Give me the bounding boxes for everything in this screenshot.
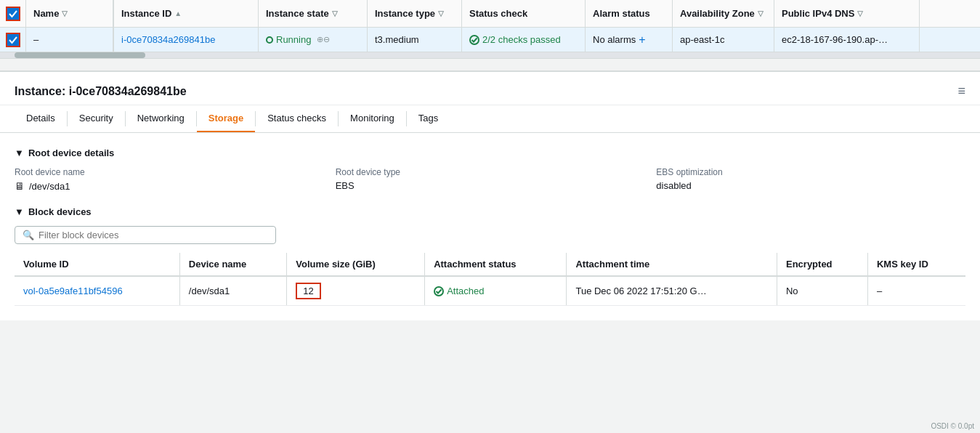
alarm-add-icon[interactable]: + xyxy=(639,33,645,46)
select-all-checkbox[interactable] xyxy=(6,7,20,21)
tab-details[interactable]: Details xyxy=(15,105,67,132)
detail-panel: Instance: i-0ce70834a269841be ≡ Details … xyxy=(0,70,980,320)
col-status-label: Status check xyxy=(469,8,527,19)
zoom-icons: ⊕⊖ xyxy=(317,35,330,44)
table-header-row: Name ▽ Instance ID ▲ Instance state ▽ In… xyxy=(0,0,980,28)
detail-title: Instance: i-0ce70834a269841be xyxy=(15,85,187,98)
storage-content: ▼ Root device details Root device name 🖥… xyxy=(0,133,980,320)
col-az-label: Availability Zone xyxy=(680,8,755,19)
volume-size-value: 12 xyxy=(296,283,320,299)
col-attachment-time: Attachment time xyxy=(567,253,777,276)
root-device-name-info: Root device name 🖥 /dev/sda1 xyxy=(15,167,324,192)
col-header-instance-id[interactable]: Instance ID ▲ xyxy=(113,0,259,27)
ipv4-sort-icon: ▽ xyxy=(857,9,863,17)
root-device-section-header[interactable]: ▼ Root device details xyxy=(15,147,965,158)
col-id-label: Instance ID xyxy=(121,8,171,19)
block-table-header: Volume ID Device name Volume size (GiB) … xyxy=(15,253,965,276)
tab-security[interactable]: Security xyxy=(68,105,125,132)
block-devices-section: ▼ Block devices 🔍 Volume ID Device name … xyxy=(15,206,965,306)
attachment-status-value: Attached xyxy=(434,286,557,296)
col-attachment-status: Attachment status xyxy=(425,253,567,276)
col-alarm-label: Alarm status xyxy=(593,8,650,19)
col-header-ipv4[interactable]: Public IPv4 DNS ▽ xyxy=(774,0,920,27)
header-checkbox-col xyxy=(0,0,26,27)
alarm-value: No alarms + xyxy=(593,33,646,46)
row-checkbox-col xyxy=(0,28,26,52)
ipv4-value: ec2-18-167-96-190.ap-… xyxy=(782,34,888,45)
az-sort-icon: ▽ xyxy=(758,9,764,17)
instances-table: Name ▽ Instance ID ▲ Instance state ▽ In… xyxy=(0,0,980,59)
az-cell: ap-east-1c xyxy=(673,28,774,52)
type-sort-icon: ▽ xyxy=(438,9,444,17)
col-state-label: Instance state xyxy=(266,8,329,19)
col-volume-size[interactable]: Volume size (GiB) xyxy=(287,253,425,276)
alarm-status-cell: No alarms + xyxy=(586,28,673,52)
col-header-az[interactable]: Availability Zone ▽ xyxy=(673,0,774,27)
col-header-instance-type[interactable]: Instance type ▽ xyxy=(368,0,462,27)
tab-networking[interactable]: Networking xyxy=(126,105,196,132)
tab-status-checks[interactable]: Status checks xyxy=(256,105,338,132)
instance-name-value: – xyxy=(33,34,39,45)
col-name-label: Name xyxy=(33,8,59,19)
col-header-instance-state[interactable]: Instance state ▽ xyxy=(259,0,368,27)
instance-name-cell: – xyxy=(26,28,113,52)
root-device-type-label: Root device type xyxy=(336,167,645,177)
filter-block-devices-input[interactable] xyxy=(39,230,268,240)
block-table-header-row: Volume ID Device name Volume size (GiB) … xyxy=(15,253,965,276)
tab-tags[interactable]: Tags xyxy=(407,105,450,132)
instance-type-value: t3.medium xyxy=(375,34,419,45)
hamburger-icon[interactable]: ≡ xyxy=(957,84,965,99)
root-device-info-grid: Root device name 🖥 /dev/sda1 Root device… xyxy=(15,167,965,192)
table-row: vol-0a5e9afe11bf54596 /dev/sda1 12 xyxy=(15,276,965,306)
attachment-status-cell: Attached xyxy=(425,276,567,306)
instance-type-cell: t3.medium xyxy=(368,28,462,52)
col-header-alarm-status: Alarm status xyxy=(586,0,673,27)
name-sort-icon: ▽ xyxy=(62,9,68,17)
col-type-label: Instance type xyxy=(375,8,435,19)
instance-id-cell: i-0ce70834a269841be xyxy=(113,28,259,52)
col-header-status-check: Status check xyxy=(462,0,586,27)
block-devices-section-label: Block devices xyxy=(28,206,92,217)
checks-passed-status: 2/2 checks passed xyxy=(469,34,561,45)
kms-key-cell: – xyxy=(867,276,965,306)
block-devices-table: Volume ID Device name Volume size (GiB) … xyxy=(15,253,965,306)
col-kms-key-id: KMS key ID xyxy=(867,253,965,276)
tab-storage[interactable]: Storage xyxy=(197,105,255,132)
running-status: Running ⊕⊖ xyxy=(266,34,330,45)
filter-block-devices-bar[interactable]: 🔍 xyxy=(15,226,276,244)
instance-state-value: Running xyxy=(276,34,311,45)
tab-monitoring[interactable]: Monitoring xyxy=(339,105,406,132)
root-device-type-value: EBS xyxy=(336,180,645,191)
volume-size-cell: 12 xyxy=(287,276,425,306)
volume-id-link[interactable]: vol-0a5e9afe11bf54596 xyxy=(23,286,123,296)
detail-tabs: Details Security Networking Storage Stat… xyxy=(0,105,980,133)
state-sort-icon: ▽ xyxy=(332,9,338,17)
block-table-body: vol-0a5e9afe11bf54596 /dev/sda1 12 xyxy=(15,276,965,306)
row-checkbox[interactable] xyxy=(6,33,20,47)
horizontal-scrollbar[interactable] xyxy=(0,52,980,58)
block-devices-chevron-icon: ▼ xyxy=(15,206,24,217)
ebs-optimization-label: EBS optimization xyxy=(656,167,965,177)
status-check-cell: 2/2 checks passed xyxy=(462,28,586,52)
col-device-name: Device name xyxy=(179,253,286,276)
root-device-type-text: EBS xyxy=(336,180,355,191)
drive-icon: 🖥 xyxy=(15,180,25,192)
instance-row[interactable]: – i-0ce70834a269841be Running ⊕⊖ t3.medi… xyxy=(0,28,980,52)
root-device-chevron-icon: ▼ xyxy=(15,147,24,158)
status-check-value: 2/2 checks passed xyxy=(482,34,561,45)
instance-state-cell: Running ⊕⊖ xyxy=(259,28,368,52)
root-device-name-value: 🖥 /dev/sda1 xyxy=(15,180,324,192)
device-name-cell: /dev/sda1 xyxy=(179,276,286,306)
block-devices-section-header[interactable]: ▼ Block devices xyxy=(15,206,965,217)
col-ipv4-label: Public IPv4 DNS xyxy=(782,8,854,19)
attached-check-icon xyxy=(434,286,444,296)
scroll-thumb[interactable] xyxy=(15,52,145,58)
col-header-name[interactable]: Name ▽ xyxy=(26,0,113,27)
alarm-status-value: No alarms xyxy=(593,34,636,45)
attachment-time-cell: Tue Dec 06 2022 17:51:20 G… xyxy=(567,276,777,306)
running-dot-icon xyxy=(266,36,273,44)
col-volume-id[interactable]: Volume ID xyxy=(15,253,179,276)
root-device-name-label: Root device name xyxy=(15,167,324,177)
ebs-optimization-value: disabled xyxy=(656,180,965,191)
instance-id-link[interactable]: i-0ce70834a269841be xyxy=(121,34,215,45)
